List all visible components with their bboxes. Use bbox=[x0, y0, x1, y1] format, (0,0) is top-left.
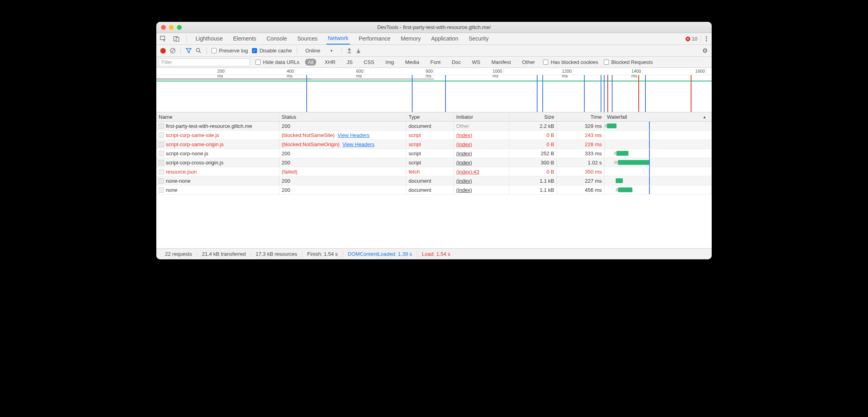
table-row[interactable]: none 200 document (index) 1.1 kB 456 ms bbox=[156, 185, 712, 195]
timeline-marker bbox=[604, 75, 605, 112]
table-row[interactable]: script-corp-cross-origin.js 200 script (… bbox=[156, 158, 712, 167]
tab-lighthouse[interactable]: Lighthouse bbox=[194, 33, 225, 44]
status-bar: 22 requests 21.4 kB transferred 17.3 kB … bbox=[156, 248, 712, 259]
cell-name: script-corp-same-origin.js bbox=[156, 140, 279, 149]
search-icon[interactable] bbox=[196, 48, 202, 54]
tab-network[interactable]: Network bbox=[326, 33, 350, 44]
preserve-log-checkbox[interactable]: Preserve log bbox=[211, 48, 248, 54]
cell-type: script bbox=[406, 140, 454, 149]
hide-data-urls-checkbox[interactable]: Hide data URLs bbox=[255, 59, 300, 65]
cell-status: 200 bbox=[279, 122, 406, 130]
clear-button[interactable] bbox=[170, 48, 176, 54]
sort-asc-icon: ▲ bbox=[703, 115, 709, 119]
title-bar: DevTools - first-party-test-with-resourc… bbox=[156, 22, 712, 33]
type-filter-all[interactable]: All bbox=[305, 59, 316, 66]
type-filter-other[interactable]: Other bbox=[519, 59, 538, 66]
settings-icon[interactable]: ⚙ bbox=[702, 47, 708, 54]
file-icon bbox=[159, 160, 164, 165]
inspect-element-icon[interactable] bbox=[159, 36, 166, 42]
cell-waterfall bbox=[605, 167, 712, 176]
status-load: Load: 1.54 s bbox=[417, 251, 455, 257]
device-toolbar-icon[interactable] bbox=[173, 36, 179, 42]
type-filter-font[interactable]: Font bbox=[428, 59, 444, 66]
col-time[interactable]: Time bbox=[557, 112, 605, 121]
cell-type: document bbox=[406, 185, 454, 194]
table-header: Name Status Type Initiator Size Time Wat… bbox=[156, 112, 712, 122]
minimize-window-button[interactable] bbox=[169, 25, 174, 30]
cell-status: (failed) bbox=[279, 167, 406, 176]
type-filter-manifest[interactable]: Manifest bbox=[489, 59, 514, 66]
checkbox-icon bbox=[604, 60, 609, 65]
has-blocked-cookies-checkbox[interactable]: Has blocked cookies bbox=[543, 59, 598, 65]
tab-console[interactable]: Console bbox=[265, 33, 288, 44]
type-filter-img[interactable]: Img bbox=[383, 59, 397, 66]
col-waterfall[interactable]: Waterfall ▲ bbox=[605, 112, 712, 121]
cell-type: script bbox=[406, 149, 454, 158]
initiator-link[interactable]: (index) bbox=[456, 132, 472, 138]
cell-time: 456 ms bbox=[557, 185, 605, 194]
filter-toggle-icon[interactable] bbox=[186, 48, 192, 54]
tab-sources[interactable]: Sources bbox=[296, 33, 319, 44]
file-icon bbox=[159, 142, 164, 147]
col-size[interactable]: Size bbox=[509, 112, 557, 121]
initiator-link[interactable]: (index):43 bbox=[456, 169, 479, 175]
upload-har-icon[interactable] bbox=[347, 48, 352, 53]
table-row[interactable]: resource.json (failed) fetch (index):43 … bbox=[156, 167, 712, 176]
cell-waterfall bbox=[605, 158, 712, 167]
type-filter-xhr[interactable]: XHR bbox=[322, 59, 338, 66]
initiator-link[interactable]: (index) bbox=[456, 187, 472, 193]
initiator-link[interactable]: (index) bbox=[456, 178, 472, 184]
table-row[interactable]: script-corp-same-origin.js (blocked:NotS… bbox=[156, 140, 712, 149]
waterfall-marker bbox=[649, 140, 650, 149]
throttling-select[interactable]: Online ▼ bbox=[302, 46, 337, 55]
initiator-link[interactable]: (index) bbox=[456, 160, 472, 166]
filter-input[interactable]: Filter bbox=[159, 58, 250, 66]
tab-performance[interactable]: Performance bbox=[357, 33, 392, 44]
cell-size: 0 B bbox=[509, 167, 557, 176]
tab-memory[interactable]: Memory bbox=[399, 33, 422, 44]
tab-security[interactable]: Security bbox=[467, 33, 490, 44]
col-initiator[interactable]: Initiator bbox=[454, 112, 509, 121]
file-icon bbox=[159, 124, 164, 129]
initiator-link[interactable]: (index) bbox=[456, 141, 472, 147]
table-row[interactable]: none-none 200 document (index) 1.1 kB 22… bbox=[156, 176, 712, 185]
col-name[interactable]: Name bbox=[156, 112, 279, 121]
activity-line bbox=[156, 81, 712, 81]
table-row[interactable]: script-corp-same-site.js (blocked:NotSam… bbox=[156, 131, 712, 140]
blocked-requests-checkbox[interactable]: Blocked Requests bbox=[604, 59, 653, 65]
download-har-icon[interactable] bbox=[356, 48, 361, 53]
record-button[interactable] bbox=[160, 48, 166, 54]
close-window-button[interactable] bbox=[161, 25, 166, 30]
type-filter-ws[interactable]: WS bbox=[469, 59, 483, 66]
view-headers-link[interactable]: View Headers bbox=[342, 141, 374, 147]
cell-time: 243 ms bbox=[557, 131, 605, 139]
cell-initiator: (index):43 bbox=[454, 167, 509, 176]
type-filter-media[interactable]: Media bbox=[402, 59, 422, 66]
tab-elements[interactable]: Elements bbox=[232, 33, 258, 44]
table-row[interactable]: first-party-test-with-resource.glitch.me… bbox=[156, 122, 712, 131]
col-status[interactable]: Status bbox=[279, 112, 406, 121]
disable-cache-checkbox[interactable]: ✓ Disable cache bbox=[252, 48, 292, 54]
view-headers-link[interactable]: View Headers bbox=[338, 132, 370, 138]
tab-application[interactable]: Application bbox=[430, 33, 460, 44]
cell-name: none bbox=[156, 185, 279, 194]
col-type[interactable]: Type bbox=[406, 112, 454, 121]
status-requests: 22 requests bbox=[160, 251, 197, 257]
initiator-link[interactable]: (index) bbox=[456, 151, 472, 156]
timeline-marker bbox=[601, 75, 601, 112]
timeline-overview[interactable]: 200 ms 400 ms 600 ms 800 ms 1000 ms 1200… bbox=[156, 68, 712, 112]
waterfall-marker bbox=[649, 176, 650, 185]
type-filter-doc[interactable]: Doc bbox=[449, 59, 464, 66]
waterfall-marker bbox=[649, 149, 650, 158]
tick-label: 1000 ms bbox=[493, 69, 502, 78]
type-filter-js[interactable]: JS bbox=[344, 59, 355, 66]
separator bbox=[701, 35, 701, 42]
tick-label: 400 ms bbox=[287, 69, 294, 78]
table-row[interactable]: script-corp-none.js 200 script (index) 2… bbox=[156, 149, 712, 158]
type-filter-css[interactable]: CSS bbox=[361, 59, 377, 66]
cell-initiator: (index) bbox=[454, 185, 509, 194]
more-options-icon[interactable] bbox=[704, 36, 709, 41]
zoom-window-button[interactable] bbox=[177, 25, 182, 30]
cell-size: 1.1 kB bbox=[509, 176, 557, 185]
console-error-count[interactable]: ✕ 10 bbox=[686, 36, 697, 42]
